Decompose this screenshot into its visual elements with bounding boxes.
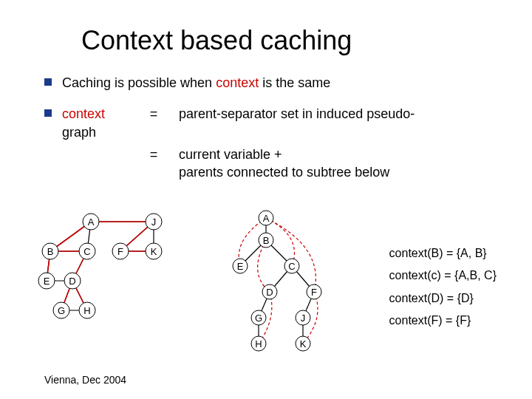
context-b: context(B) = {A, B} (389, 242, 497, 265)
context-c: context(c) = {A,B, C} (389, 265, 497, 287)
tree-node-K: K (296, 336, 310, 351)
svg-text:K: K (151, 246, 157, 257)
svg-text:H: H (83, 305, 90, 316)
node-D: D (64, 273, 81, 289)
svg-text:D: D (266, 287, 273, 298)
bullet-icon (44, 109, 52, 117)
svg-text:E: E (44, 276, 50, 287)
tree-node-C: C (284, 259, 299, 273)
context-d: context(D) = {D} (389, 287, 497, 310)
svg-text:D: D (69, 276, 75, 287)
bullet-2: context graph = parent-separator set in … (44, 105, 502, 181)
svg-text:A: A (88, 216, 95, 228)
tree-node-E: E (233, 259, 248, 273)
tree-node-G: G (251, 310, 266, 325)
tree-node-B: B (259, 233, 273, 248)
context-f: context(F) = {F} (389, 310, 497, 332)
context-list: context(B) = {A, B} context(c) = {A,B, C… (389, 242, 497, 332)
svg-text:J: J (301, 313, 306, 324)
b2-rhs2-l2: parents connected to subtree below (179, 165, 389, 180)
footer-text: Vienna, Dec 2004 (44, 374, 126, 386)
bullet1-pre: Caching is possible when (62, 75, 216, 90)
node-A: A (83, 214, 99, 230)
node-J: J (146, 214, 162, 230)
bullet-icon (44, 78, 52, 86)
tree-node-F: F (307, 284, 321, 299)
b2-eq1: = (139, 105, 168, 141)
slide-title: Context based caching (81, 25, 502, 56)
tree-node-J: J (296, 310, 310, 325)
node-C: C (79, 243, 95, 259)
svg-text:E: E (237, 261, 244, 272)
svg-text:C: C (83, 246, 90, 257)
node-B: B (42, 243, 58, 259)
svg-text:G: G (255, 313, 262, 324)
b2-lhs-l2: graph (62, 125, 96, 140)
node-H: H (79, 302, 95, 318)
bullet1-context-word: context (216, 75, 259, 90)
bullet1-post: is the same (259, 75, 330, 90)
bullet-1: Caching is possible when context is the … (44, 74, 502, 92)
node-E: E (38, 273, 55, 289)
right-tree: A B E C D F G J H K (207, 207, 340, 380)
left-graph: A J B C F K E D G H (35, 207, 191, 365)
svg-text:G: G (58, 305, 65, 316)
svg-text:F: F (311, 287, 317, 298)
tree-node-A: A (259, 211, 273, 225)
b2-lhs-l1: context (62, 106, 105, 121)
svg-text:H: H (255, 338, 262, 349)
node-K: K (146, 243, 162, 259)
b2-eq2: = (139, 146, 168, 182)
node-F: F (112, 243, 129, 259)
b2-rhs2-l1: current variable + (179, 147, 282, 162)
svg-text:A: A (263, 213, 270, 224)
svg-text:B: B (263, 235, 270, 246)
node-G: G (53, 302, 69, 318)
b2-rhs1: parent-separator set in induced pseudo- (179, 105, 415, 141)
svg-text:J: J (151, 216, 157, 228)
tree-node-H: H (251, 336, 266, 351)
svg-text:K: K (300, 338, 307, 349)
svg-text:C: C (288, 261, 295, 272)
svg-text:F: F (117, 246, 123, 257)
tree-node-D: D (262, 284, 277, 299)
svg-text:B: B (47, 246, 54, 257)
